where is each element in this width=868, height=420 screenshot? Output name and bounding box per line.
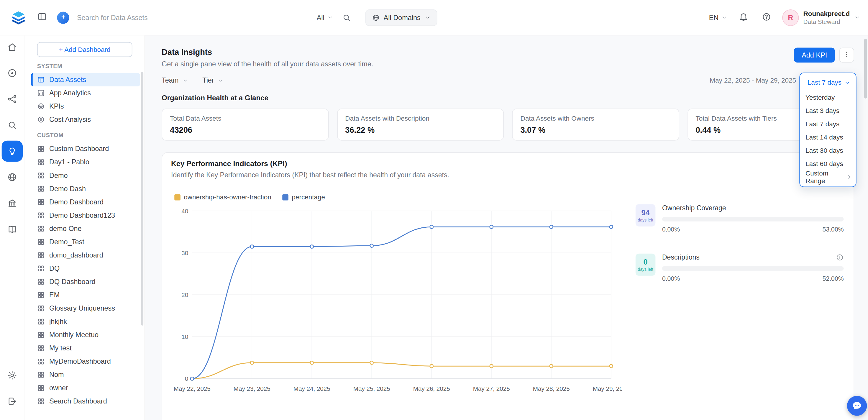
ai-assistant-button[interactable] xyxy=(57,11,69,23)
search-scope-dropdown[interactable]: All xyxy=(317,13,333,21)
svg-text:May 26, 2025: May 26, 2025 xyxy=(413,385,450,392)
sidebar-item-demo-dashboard123[interactable]: Demo Dashboard123 xyxy=(25,209,145,222)
rail-logout-button[interactable] xyxy=(1,391,23,412)
sidebar-item-demo-dashboard[interactable]: Demo Dashboard xyxy=(25,196,145,209)
rail-domains-button[interactable] xyxy=(1,167,23,187)
sidebar-item-dq-dashboard[interactable]: DQ Dashboard xyxy=(25,275,145,289)
sidebar-item-search-dashboard[interactable]: Search Dashboard xyxy=(25,395,145,408)
sidebar-item-em[interactable]: EM xyxy=(25,289,145,302)
rail-glossary-button[interactable] xyxy=(1,218,23,239)
legend-swatch xyxy=(174,194,181,200)
more-options-button[interactable] xyxy=(839,48,855,63)
page-subtitle: Get a single pane view of the health of … xyxy=(162,60,373,68)
language-selector[interactable]: EN xyxy=(709,13,727,21)
search-icon[interactable] xyxy=(342,13,351,22)
sidebar-item-owner[interactable]: owner xyxy=(25,381,145,395)
grid-icon xyxy=(37,384,45,392)
sidebar-item-demo-one[interactable]: demo One xyxy=(25,222,145,235)
sidebar-sections: SYSTEMData AssetsApp AnalyticsKPIsCost A… xyxy=(25,63,145,408)
grid-icon xyxy=(37,185,45,192)
kebab-icon xyxy=(843,50,851,60)
sidebar-item-label: DQ xyxy=(49,265,60,272)
sidebar-item-label: EM xyxy=(49,291,60,299)
rail-observability-button[interactable] xyxy=(1,115,23,136)
rail-explore-button[interactable] xyxy=(1,63,23,84)
grid-icon xyxy=(37,225,45,233)
range-option-last-7-days[interactable]: Last 7 days xyxy=(800,117,856,131)
sidebar-item-dq[interactable]: DQ xyxy=(25,262,145,275)
chevron-down-icon xyxy=(425,14,431,21)
sidebar-item-kpis[interactable]: KPIs xyxy=(25,100,145,113)
sidebar-item-my-test[interactable]: My test xyxy=(25,341,145,355)
range-option-last-60-days[interactable]: Last 60 days xyxy=(800,157,856,171)
add-kpi-button[interactable]: Add KPI xyxy=(794,48,835,63)
grid-icon xyxy=(37,291,45,299)
search-input[interactable] xyxy=(77,13,312,21)
chevron-down-icon xyxy=(182,77,188,84)
range-option-last-14-days[interactable]: Last 14 days xyxy=(800,131,856,144)
sidebar-item-label: Day1 - Pablo xyxy=(49,158,89,166)
sidebar-item-data-assets[interactable]: Data Assets xyxy=(31,73,140,86)
sidebar-item-day1-pablo[interactable]: Day1 - Pablo xyxy=(25,155,145,169)
main-scrollbar[interactable] xyxy=(864,39,867,98)
chat-widget-button[interactable] xyxy=(847,396,867,416)
glance-card-owners[interactable]: Data Assets with Owners 3.07 % xyxy=(512,109,679,141)
sidebar-scrollbar[interactable] xyxy=(141,72,144,326)
team-filter[interactable]: Team xyxy=(162,77,188,84)
info-icon[interactable] xyxy=(836,253,843,261)
topbar: All All Domains EN R Rouna xyxy=(0,0,868,35)
domains-icon xyxy=(372,13,380,21)
sidebar-item-app-analytics[interactable]: App Analytics xyxy=(25,86,145,100)
rail-lineage-button[interactable] xyxy=(1,88,23,110)
grid-icon xyxy=(37,145,45,153)
sidebar-item-demo[interactable]: Demo xyxy=(25,169,145,182)
sidebar-item-cost-analysis[interactable]: Cost Analysis xyxy=(25,113,145,126)
legend-item-percentage[interactable]: percentage xyxy=(282,193,325,201)
coins-icon xyxy=(37,116,45,123)
rail-home-button[interactable] xyxy=(1,36,23,58)
sidebar-item-jhkjhk[interactable]: jhkjhk xyxy=(25,315,145,328)
sidebar-item-mydemodashboard[interactable]: MyDemoDashboard xyxy=(25,355,145,368)
sidebar-item-monthly-meetuo[interactable]: Monthly Meetuo xyxy=(25,328,145,341)
chart-legend: ownership-has-owner-fractionpercentage xyxy=(174,193,622,201)
glance-card-label: Total Data Assets xyxy=(170,115,320,122)
rail-settings-button[interactable] xyxy=(1,365,23,386)
sidebar-toggle-button[interactable] xyxy=(35,9,49,25)
range-selector-trigger[interactable]: Last 7 days xyxy=(800,73,856,91)
tier-filter[interactable]: Tier xyxy=(202,77,223,84)
progress-start-value: 0.00% xyxy=(662,226,680,233)
days-left-badge-1: 0 days left xyxy=(636,253,656,276)
globe-icon xyxy=(372,13,380,21)
sidebar-item-demo-test[interactable]: Demo_Test xyxy=(25,235,145,249)
progress-target-value: 53.00% xyxy=(823,226,844,233)
legend-item-ownership-has-owner-fraction[interactable]: ownership-has-owner-fraction xyxy=(174,193,271,201)
range-option-last-30-days[interactable]: Last 30 days xyxy=(800,144,856,157)
help-button[interactable] xyxy=(760,10,773,25)
range-option-last-3-days[interactable]: Last 3 days xyxy=(800,104,856,117)
range-option-custom-range[interactable]: Custom Range xyxy=(800,171,856,184)
glance-card-total-assets[interactable]: Total Data Assets 43206 xyxy=(162,109,329,141)
grid-icon xyxy=(37,265,45,272)
rail-insights-button[interactable] xyxy=(1,141,23,162)
sidebar-item-nom[interactable]: Nom xyxy=(25,368,145,381)
sidebar-item-label: Search Dashboard xyxy=(49,398,107,405)
sidebar-item-glossary-uniqueness[interactable]: Glossary Uniqueness xyxy=(25,302,145,315)
domains-filter-button[interactable]: All Domains xyxy=(365,9,437,26)
glance-card-description[interactable]: Data Assets with Description 36.22 % xyxy=(337,109,504,141)
user-menu[interactable]: R Rounakpreet.d Data Steward xyxy=(782,9,860,26)
sidebar-item-demo-dash[interactable]: Demo Dash xyxy=(25,182,145,196)
notifications-button[interactable] xyxy=(736,9,751,25)
chevron-down-icon xyxy=(425,14,431,21)
chevron-down-icon xyxy=(854,14,860,21)
sidebar-item-domo-dashboard[interactable]: domo_dashboard xyxy=(25,249,145,262)
filters-row: Team Tier May 22, 2025 - May 29, 2025 xyxy=(162,74,854,86)
range-popover: Last 7 days YesterdayLast 3 daysLast 7 d… xyxy=(799,72,856,187)
user-meta: Rounakpreet.d Data Steward xyxy=(803,10,850,25)
rail-govern-button[interactable] xyxy=(1,192,23,214)
add-dashboard-button[interactable]: + Add Dashboard xyxy=(37,42,132,57)
grid-icon xyxy=(37,211,45,219)
range-option-yesterday[interactable]: Yesterday xyxy=(800,91,856,104)
range-option-label: Last 60 days xyxy=(805,160,843,168)
app-logo-icon[interactable] xyxy=(11,10,26,25)
sidebar-item-custom-dashboard[interactable]: Custom Dashboard xyxy=(25,142,145,155)
